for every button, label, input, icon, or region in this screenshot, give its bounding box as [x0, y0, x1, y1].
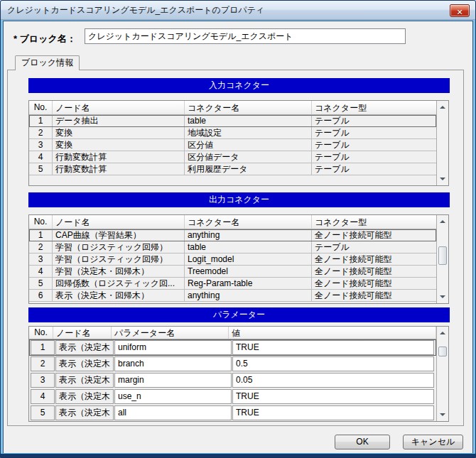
table-row[interactable]: 5回帰係数（ロジスティック回...Reg-Param-table全ノード接続可能…	[29, 278, 436, 290]
table-cell: 変換	[53, 127, 185, 138]
table-cell: 2	[31, 356, 55, 371]
table-cell: 2	[29, 241, 53, 253]
table-cell: テーブル	[312, 127, 436, 138]
close-icon: ✕	[456, 8, 463, 16]
table-row[interactable]: 1データ抽出tableテーブル	[29, 115, 436, 127]
table-cell: 地域設定	[185, 127, 312, 138]
table-cell: 全ノード接続可能型	[312, 229, 436, 241]
table-header-row: No.ノード名コネクター名コネクター型	[29, 101, 436, 115]
column-header: No.	[29, 327, 53, 339]
table-cell: 全ノード接続可能型	[312, 290, 436, 301]
ok-button[interactable]: OK	[335, 435, 390, 449]
column-header: No.	[29, 101, 53, 114]
table-row[interactable]: 4表示（決定木・回use_nTRUE	[29, 388, 436, 405]
table-cell: 5	[29, 278, 53, 289]
window-bottom-border	[1, 453, 475, 457]
table-cell: 3	[29, 253, 53, 265]
table-cell: テーブル	[312, 115, 436, 126]
table-cell: 変換	[53, 139, 185, 151]
table-cell: 1	[29, 115, 53, 126]
block-info-panel: 入力コネクター No.ノード名コネクター名コネクター型1データ抽出tableテー…	[7, 70, 464, 426]
tab-block-info[interactable]: ブロック情報	[15, 55, 80, 70]
input-connector-section-header: 入力コネクター	[28, 78, 450, 93]
table-cell[interactable]: 0.05	[232, 373, 434, 388]
scrollbar-thumb[interactable]	[438, 347, 447, 356]
parameter-table-scrollbar[interactable]	[436, 327, 448, 421]
scroll-up-icon[interactable]	[437, 102, 448, 113]
output-connector-table: No.ノード名コネクター名コネクター型1CAP曲線（学習結果）anything全…	[28, 214, 449, 304]
required-mark: *	[13, 33, 17, 44]
table-row[interactable]: 3表示（決定木・回margin0.05	[29, 372, 436, 388]
input-connector-table: No.ノード名コネクター名コネクター型1データ抽出tableテーブル2変換地域設…	[28, 100, 449, 186]
scroll-down-icon[interactable]	[437, 173, 448, 185]
table-cell: 表示（決定木・回	[55, 373, 114, 388]
block-name-input[interactable]	[85, 28, 406, 44]
table-row[interactable]: 3学習（ロジスティック回帰）Logit_model全ノード接続可能型	[29, 253, 436, 266]
table-row[interactable]: 5行動変数計算利用履歴データテーブル	[29, 163, 436, 175]
scroll-up-icon[interactable]	[437, 216, 448, 227]
input-connector-table-cells: No.ノード名コネクター名コネクター型1データ抽出tableテーブル2変換地域設…	[29, 101, 436, 185]
table-cell[interactable]: margin	[114, 373, 232, 388]
table-cell: 表示（決定木・回帰木）	[53, 290, 185, 301]
scroll-up-icon[interactable]	[437, 327, 448, 339]
table-cell[interactable]: TRUE	[232, 389, 434, 404]
column-header: ノード名	[53, 101, 185, 114]
table-cell: テーブル	[312, 163, 436, 175]
output-table-scrollbar[interactable]	[436, 215, 448, 303]
table-cell: anything	[185, 229, 312, 241]
table-cell: 全ノード接続可能型	[312, 253, 436, 265]
parameter-section-header: パラメーター	[28, 307, 450, 322]
table-cell: 表示（決定木・回	[55, 340, 114, 355]
table-cell[interactable]: uniform	[114, 340, 232, 355]
table-cell: 学習（ロジスティック回帰）	[53, 241, 185, 253]
table-row[interactable]: 4行動変数計算区分値データテーブル	[29, 151, 436, 163]
block-name-label-text: ブロック名：	[20, 33, 76, 44]
table-cell: 4	[29, 151, 53, 163]
table-row[interactable]: 3変換区分値テーブル	[29, 139, 436, 151]
table-cell: 3	[31, 373, 55, 388]
cancel-button[interactable]: キャンセル	[403, 435, 463, 449]
table-row[interactable]: 5表示（決定木・回allTRUE	[29, 405, 436, 421]
table-cell: 1	[29, 229, 53, 241]
scrollbar-thumb[interactable]	[438, 246, 447, 265]
table-cell[interactable]: all	[114, 405, 232, 420]
table-cell[interactable]: use_n	[114, 389, 232, 404]
table-cell: 表示（決定木・回	[55, 405, 114, 420]
scroll-down-icon[interactable]	[437, 291, 448, 302]
table-cell: 表示（決定木・回	[55, 389, 114, 404]
parameter-table: No.ノード名パラメーター名値1表示（決定木・回uniformTRUE2表示（決…	[28, 326, 449, 422]
table-row[interactable]: 1CAP曲線（学習結果）anything全ノード接続可能型	[29, 229, 436, 241]
table-cell: 6	[29, 290, 53, 301]
table-row[interactable]: 6表示（決定木・回帰木）anything全ノード接続可能型	[29, 290, 436, 302]
table-cell: anything	[185, 290, 312, 301]
table-cell[interactable]: 0.5	[232, 356, 434, 371]
table-cell: 行動変数計算	[53, 151, 185, 163]
scroll-down-icon[interactable]	[437, 409, 448, 420]
table-cell: table	[185, 241, 312, 253]
table-cell: 5	[31, 405, 55, 420]
column-header: パラメーター名	[112, 327, 229, 339]
table-row[interactable]: 4学習（決定木・回帰木）Treemodel全ノード接続可能型	[29, 266, 436, 278]
table-cell[interactable]: TRUE	[232, 405, 434, 420]
table-row[interactable]: 2変換地域設定テーブル	[29, 127, 436, 139]
input-table-scrollbar[interactable]	[436, 101, 448, 185]
table-cell: 5	[29, 163, 53, 175]
table-row[interactable]: 2表示（決定木・回branch0.5	[29, 356, 436, 372]
table-cell: 利用履歴データ	[185, 163, 312, 175]
output-connector-section-header: 出力コネクター	[28, 192, 450, 207]
parameter-table-cells: No.ノード名パラメーター名値1表示（決定木・回uniformTRUE2表示（決…	[29, 327, 436, 421]
table-cell[interactable]: branch	[114, 356, 232, 371]
table-cell: Reg-Param-table	[185, 278, 312, 289]
table-cell[interactable]: TRUE	[232, 340, 434, 355]
table-cell: 2	[29, 127, 53, 138]
close-button[interactable]: ✕	[450, 4, 470, 17]
table-row[interactable]: 2学習（ロジスティック回帰）tableテーブル	[29, 241, 436, 253]
titlebar[interactable]: クレジットカードスコアリングモデル_エクスポートのプロパティ ✕	[1, 1, 475, 20]
block-name-label: * ブロック名：	[13, 33, 76, 45]
table-row[interactable]: 1表示（決定木・回uniformTRUE	[29, 339, 436, 356]
column-header: コネクター名	[185, 215, 312, 229]
table-cell: 4	[31, 389, 55, 404]
table-cell: 学習（ロジスティック回帰）	[53, 253, 185, 265]
table-cell: Treemodel	[185, 266, 312, 277]
dialog-content: * ブロック名： ブロック情報 入力コネクター No.ノード名コネクター名コネク…	[3, 21, 473, 454]
